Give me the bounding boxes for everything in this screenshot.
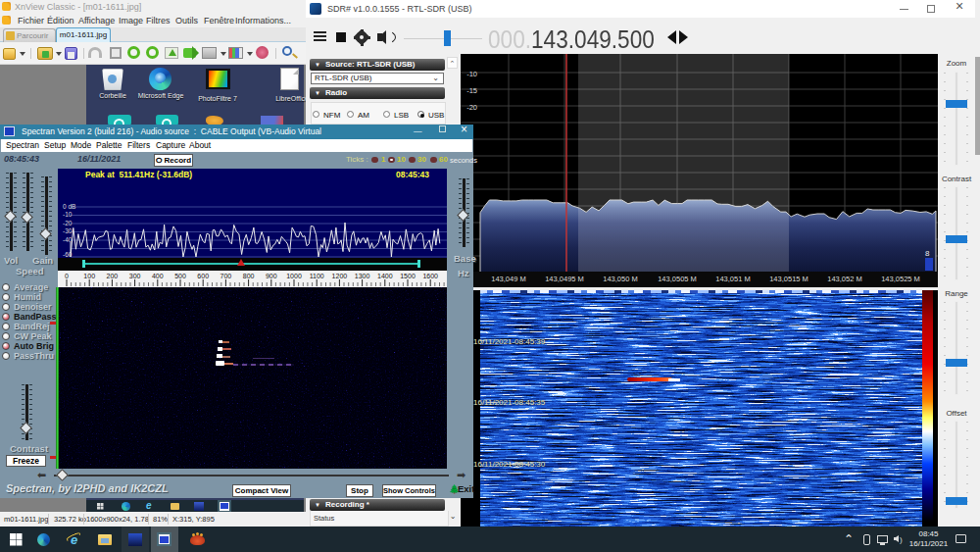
svg-text:500: 500 [174,273,186,279]
svg-text:900: 900 [266,273,277,279]
svg-text:200: 200 [107,273,119,279]
svg-text:400: 400 [152,273,164,279]
svg-text:1500: 1500 [400,273,416,279]
svg-text:1600: 1600 [422,273,438,279]
svg-text:1000: 1000 [286,273,302,279]
svg-text:1200: 1200 [332,273,348,279]
svg-text:1400: 1400 [377,273,393,279]
svg-text:300: 300 [129,273,141,279]
svg-text:0: 0 [65,273,69,279]
svg-text:700: 700 [220,273,232,279]
svg-text:800: 800 [243,273,255,279]
svg-text:1300: 1300 [355,273,370,279]
svg-text:100: 100 [83,273,95,279]
svg-text:1100: 1100 [310,273,324,279]
svg-text:600: 600 [197,273,209,279]
